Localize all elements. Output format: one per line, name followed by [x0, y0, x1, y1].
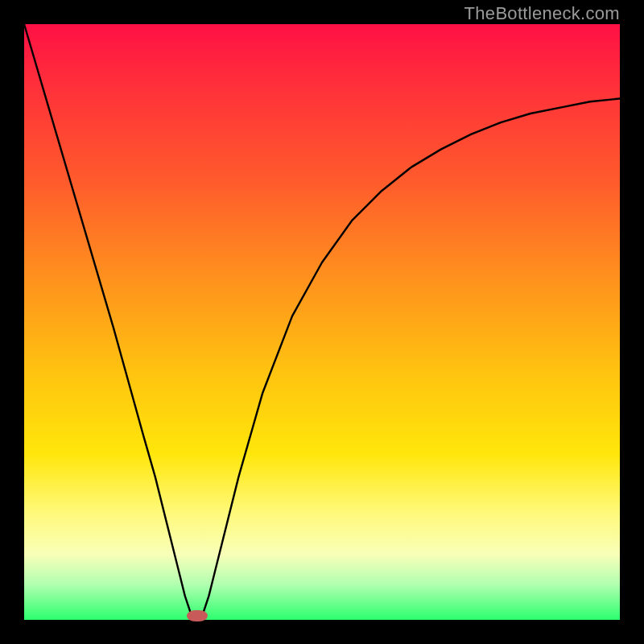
optimum-marker [187, 610, 208, 621]
watermark-text: TheBottleneck.com [464, 3, 620, 24]
chart-frame: TheBottleneck.com [0, 0, 644, 644]
plot-area [24, 24, 620, 620]
curve-svg [24, 24, 620, 620]
bottleneck-curve [24, 24, 620, 620]
